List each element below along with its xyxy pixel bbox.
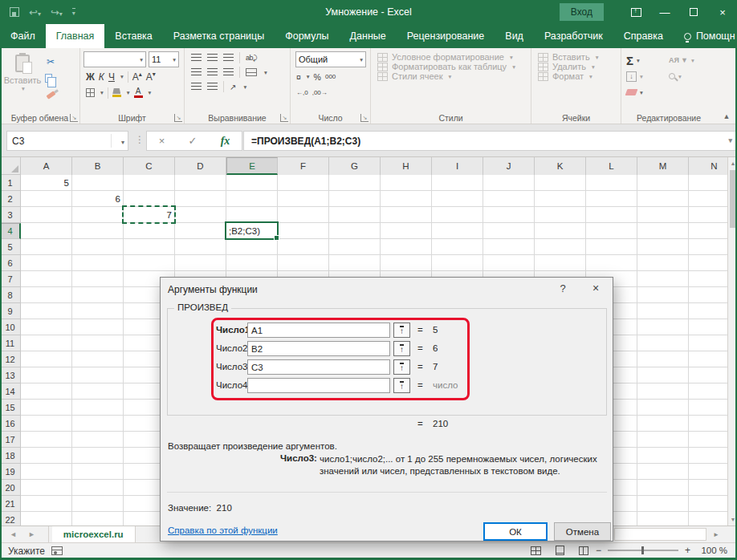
format-cells-button[interactable]: Формат▾ — [535, 71, 617, 81]
cell-A4[interactable] — [21, 223, 72, 239]
row-header-11[interactable]: 11 — [0, 335, 21, 351]
cell-D3[interactable] — [175, 207, 226, 223]
cancel-button[interactable]: Отмена — [554, 522, 611, 541]
font-dialog-launcher-icon[interactable]: ↘ — [174, 114, 182, 122]
cell-B16[interactable] — [72, 416, 124, 432]
cell-A8[interactable] — [21, 287, 72, 303]
row-header-7[interactable]: 7 — [0, 271, 21, 287]
minimize-button[interactable]: — — [650, 0, 679, 24]
cell-M7[interactable] — [637, 271, 689, 287]
cell-D5[interactable] — [175, 239, 226, 255]
column-header-H[interactable]: H — [381, 157, 432, 175]
cell-B9[interactable] — [72, 303, 124, 319]
cell-M5[interactable] — [637, 239, 689, 255]
cell-M15[interactable] — [637, 400, 689, 416]
cell-M1[interactable] — [637, 175, 689, 191]
cell-K4[interactable] — [535, 223, 586, 239]
cell-C5[interactable] — [124, 239, 175, 255]
zoom-in-button[interactable]: + — [685, 545, 690, 556]
cell-A5[interactable] — [21, 239, 72, 255]
clear-button[interactable]: ▾ — [626, 89, 669, 96]
cell-E5[interactable] — [226, 239, 278, 255]
cell-D4[interactable] — [175, 223, 226, 239]
cell-B5[interactable] — [72, 239, 124, 255]
autosum-button[interactable]: Σ▾ — [626, 54, 669, 67]
cell-M17[interactable] — [637, 432, 689, 448]
cell-C2[interactable] — [124, 191, 175, 207]
row-header-12[interactable]: 12 — [0, 351, 21, 367]
cell-B4[interactable] — [72, 223, 124, 239]
cell-B1[interactable] — [72, 175, 124, 191]
cell-A12[interactable] — [21, 351, 72, 367]
cell-M22[interactable] — [637, 512, 689, 526]
tab-разработчик[interactable]: Разработчик — [534, 24, 613, 48]
column-header-L[interactable]: L — [586, 157, 637, 175]
cell-D2[interactable] — [175, 191, 226, 207]
cell-M18[interactable] — [637, 448, 689, 464]
align-left-icon[interactable] — [191, 68, 202, 76]
cell-in-edit-mode[interactable]: ;B2;C3) — [225, 221, 279, 240]
merge-center-icon[interactable] — [246, 68, 257, 76]
arg2-collapse-button[interactable]: ↑ — [393, 341, 410, 356]
row-header-21[interactable]: 21 — [0, 496, 21, 512]
tab-главная[interactable]: Главная — [46, 24, 105, 48]
row-header-1[interactable]: 1 — [0, 175, 21, 191]
tab-рецензирование[interactable]: Рецензирование — [397, 24, 495, 48]
cut-button[interactable]: ✂ — [42, 54, 59, 69]
cell-J2[interactable] — [483, 191, 535, 207]
sign-in-button[interactable]: Вход — [560, 3, 604, 21]
row-header-6[interactable]: 6 — [0, 255, 21, 271]
font-size-select[interactable]: 11▾ — [149, 51, 179, 67]
increase-decimal-icon[interactable]: ←,0 — [296, 89, 308, 96]
underline-button[interactable]: Ч — [108, 71, 115, 83]
cell-B12[interactable] — [72, 351, 124, 367]
cancel-formula-icon[interactable]: × — [159, 135, 165, 147]
decrease-indent-icon[interactable] — [191, 83, 202, 91]
align-middle-icon[interactable] — [207, 54, 218, 62]
align-bottom-icon[interactable] — [223, 54, 234, 62]
comma-style-icon[interactable]: 000 — [325, 73, 336, 80]
column-header-D[interactable]: D — [175, 157, 226, 175]
column-header-J[interactable]: J — [483, 157, 535, 175]
orientation-icon[interactable]: ↗ — [230, 83, 236, 91]
cell-J6[interactable] — [483, 255, 535, 271]
cell-A13[interactable] — [21, 367, 72, 383]
tab-разметка-страницы[interactable]: Разметка страницы — [163, 24, 275, 48]
cell-I3[interactable] — [432, 207, 483, 223]
cell-M12[interactable] — [637, 351, 689, 367]
borders-icon[interactable] — [86, 88, 95, 97]
cell-M21[interactable] — [637, 496, 689, 512]
ribbon-display-options-icon[interactable] — [621, 0, 650, 24]
increase-font-size-button[interactable]: А▴ — [132, 71, 142, 83]
scroll-right-icon[interactable]: ► — [710, 529, 723, 541]
cell-A22[interactable] — [21, 512, 72, 526]
cell-A20[interactable] — [21, 480, 72, 496]
number-dialog-launcher-icon[interactable]: ↘ — [360, 114, 368, 122]
cell-F3[interactable] — [278, 207, 329, 223]
cell-L6[interactable] — [586, 255, 637, 271]
cell-G5[interactable] — [329, 239, 381, 255]
number-format-select[interactable]: Общий▾ — [295, 51, 366, 67]
view-page-break-icon[interactable] — [579, 546, 588, 555]
cell-C6[interactable] — [124, 255, 175, 271]
arg1-collapse-button[interactable]: ↑ — [393, 323, 410, 338]
cell-E6[interactable] — [226, 255, 278, 271]
cell-B13[interactable] — [72, 367, 124, 383]
column-header-E[interactable]: E — [226, 157, 278, 175]
formula-bar-grip[interactable]: ⋮ — [135, 134, 145, 145]
row-header-9[interactable]: 9 — [0, 303, 21, 319]
arg4-input[interactable] — [247, 378, 390, 393]
cell-M2[interactable] — [637, 191, 689, 207]
arg3-collapse-button[interactable]: ↑ — [393, 359, 410, 375]
tab-вид[interactable]: Вид — [495, 24, 534, 48]
cell-A14[interactable] — [21, 383, 72, 400]
cell-L2[interactable] — [586, 191, 637, 207]
customize-qat-icon[interactable]: ▾ — [72, 8, 75, 17]
tab-file[interactable]: Файл — [0, 24, 46, 48]
insert-cells-button[interactable]: Вставить▾ — [535, 52, 617, 62]
cell-F1[interactable] — [278, 175, 329, 191]
name-box-dropdown-icon[interactable]: ▾ — [121, 139, 124, 146]
maximize-button[interactable] — [679, 0, 708, 24]
cell-B11[interactable] — [72, 335, 124, 351]
cell-C4[interactable] — [124, 223, 175, 239]
